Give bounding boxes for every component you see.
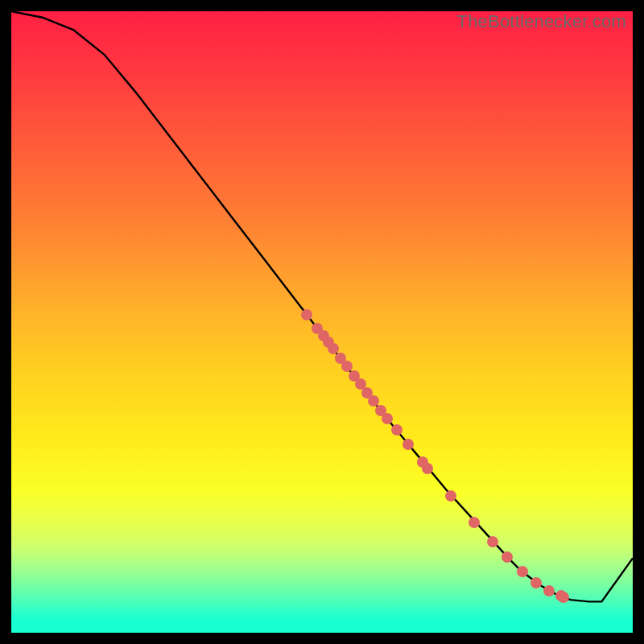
plot-area: TheBottlenecker.com xyxy=(11,11,633,633)
data-point xyxy=(469,517,480,528)
data-point xyxy=(543,585,555,597)
data-point xyxy=(422,463,433,474)
data-point xyxy=(341,361,353,372)
data-points-layer xyxy=(11,11,633,633)
watermark-text: TheBottlenecker.com xyxy=(457,11,626,32)
chart-container: TheBottlenecker.com xyxy=(0,0,644,644)
data-point xyxy=(301,309,312,320)
data-point xyxy=(487,536,498,547)
data-point xyxy=(402,439,414,450)
data-point xyxy=(530,577,542,588)
data-point xyxy=(517,566,528,577)
data-point xyxy=(382,413,393,424)
data-point xyxy=(502,551,513,563)
data-point xyxy=(391,424,402,436)
data-point xyxy=(445,490,456,502)
data-point xyxy=(558,592,569,603)
